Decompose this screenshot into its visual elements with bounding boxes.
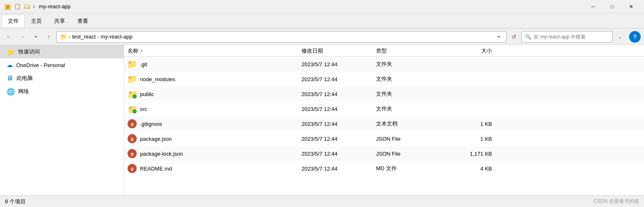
- file-type-cell: JSON File: [376, 151, 451, 157]
- file-area: 名称 ∧ 修改日期 类型 大小 📁 .git 2023/5/7 12:44 文件…: [124, 45, 644, 196]
- file-date-cell: 2023/5/7 12:44: [301, 61, 376, 67]
- path-separator-2: ›: [97, 34, 99, 40]
- file-size-cell: 1 KB: [451, 121, 492, 127]
- app-icon-note: 📋: [13, 2, 22, 11]
- column-headers: 名称 ∧ 修改日期 类型 大小: [124, 45, 644, 57]
- file-size-cell: 1 KB: [451, 136, 492, 142]
- file-name-cell: 📁 node_modules: [128, 75, 301, 84]
- refresh-button[interactable]: ↺: [508, 31, 520, 43]
- file-lockjson-icon: g: [128, 149, 137, 158]
- sidebar-label-network: 网络: [18, 88, 29, 95]
- file-name-cell: 📁 .git: [128, 60, 301, 69]
- status-watermark: CSDN @爱看书的猫: [593, 198, 639, 205]
- star-icon: ⭐: [7, 48, 15, 56]
- expand-button[interactable]: ⌄: [614, 31, 626, 43]
- folder-synced-icon: 📁 ✓: [128, 89, 137, 99]
- search-input[interactable]: [534, 34, 609, 40]
- file-git-icon: g: [128, 119, 137, 128]
- search-box[interactable]: 🔍: [521, 31, 613, 43]
- title-bar-controls: ─ □ ✕: [584, 0, 641, 13]
- main-layout: ⭐ 快速访问 ☁ OneDrive - Personal 🖥 此电脑 🌐 网络 …: [0, 45, 644, 196]
- file-type-cell: 文件夹: [376, 75, 451, 83]
- file-date-cell: 2023/5/7 12:44: [301, 136, 376, 142]
- file-date-cell: 2023/5/7 12:44: [301, 106, 376, 112]
- title-bar-icons: ▣ 📋 🗂 ▸: [3, 2, 36, 11]
- sidebar-label-quick-access: 快速访问: [18, 48, 40, 55]
- file-name-cell: g README.md: [128, 164, 301, 173]
- table-row[interactable]: g package-lock.json 2023/5/7 12:44 JSON …: [124, 146, 644, 161]
- file-name-cell: g package-lock.json: [128, 149, 301, 158]
- file-date-cell: 2023/5/7 12:44: [301, 76, 376, 82]
- recent-button[interactable]: ▾: [30, 31, 41, 43]
- file-date-cell: 2023/5/7 12:44: [301, 91, 376, 97]
- sort-arrow: ∧: [140, 48, 143, 53]
- file-md-icon: g: [128, 164, 137, 173]
- tab-home[interactable]: 主页: [25, 14, 48, 27]
- file-name-cell: 📁 ✓ src: [128, 104, 301, 113]
- address-bar: ← → ▾ ↑ 📁 › test_react › my-react-app ▾ …: [0, 29, 644, 45]
- col-header-type[interactable]: 类型: [376, 47, 451, 55]
- path-segment-test-react[interactable]: test_react: [72, 34, 96, 40]
- col-header-size[interactable]: 大小: [451, 47, 492, 55]
- status-item-count: 8 个项目: [5, 198, 26, 205]
- app-icon-folder: 🗂: [23, 2, 31, 11]
- sidebar: ⭐ 快速访问 ☁ OneDrive - Personal 🖥 此电脑 🌐 网络: [0, 45, 124, 196]
- close-button[interactable]: ✕: [622, 0, 641, 13]
- status-bar: 8 个项目 CSDN @爱看书的猫: [0, 195, 644, 207]
- tab-file[interactable]: 文件: [2, 14, 25, 27]
- maximize-button[interactable]: □: [603, 0, 622, 13]
- sidebar-item-network[interactable]: 🌐 网络: [0, 85, 124, 98]
- file-size-cell: 1,171 KB: [451, 151, 492, 157]
- file-date-cell: 2023/5/7 12:44: [301, 121, 376, 127]
- sidebar-item-onedrive[interactable]: ☁ OneDrive - Personal: [0, 58, 124, 72]
- title-separator: ▸: [33, 4, 36, 10]
- sidebar-label-onedrive: OneDrive - Personal: [16, 62, 65, 68]
- folder-icon: 📁: [128, 75, 137, 84]
- search-icon: 🔍: [525, 34, 531, 40]
- folder-icon: 📁: [128, 60, 137, 69]
- pc-icon: 🖥: [7, 75, 13, 82]
- tab-share[interactable]: 共享: [48, 14, 71, 27]
- path-folder-icon: 📁: [60, 34, 67, 40]
- table-row[interactable]: g package.json 2023/5/7 12:44 JSON File …: [124, 131, 644, 146]
- ribbon: 文件 主页 共享 查看: [0, 13, 644, 29]
- sidebar-item-quick-access[interactable]: ⭐ 快速访问: [0, 45, 124, 58]
- col-header-date[interactable]: 修改日期: [301, 47, 376, 55]
- help-button[interactable]: ?: [629, 31, 641, 43]
- table-row[interactable]: 📁 .git 2023/5/7 12:44 文件夹: [124, 57, 644, 72]
- file-date-cell: 2023/5/7 12:44: [301, 166, 376, 172]
- file-type-cell: 文件夹: [376, 105, 451, 113]
- forward-button[interactable]: →: [17, 31, 28, 43]
- table-row[interactable]: 📁 ✓ src 2023/5/7 12:44 文件夹: [124, 101, 644, 116]
- sidebar-label-this-pc: 此电脑: [17, 75, 33, 82]
- file-name-cell: g .gitignore: [128, 119, 301, 128]
- file-type-cell: JSON File: [376, 136, 451, 142]
- table-row[interactable]: 📁 node_modules 2023/5/7 12:44 文件夹: [124, 72, 644, 87]
- tab-view[interactable]: 查看: [71, 14, 94, 27]
- file-date-cell: 2023/5/7 12:44: [301, 151, 376, 157]
- file-name-cell: 📁 ✓ public: [128, 89, 301, 99]
- address-path[interactable]: 📁 › test_react › my-react-app ▾: [56, 31, 507, 43]
- file-type-cell: 文本文档: [376, 120, 451, 128]
- cloud-icon: ☁: [7, 61, 13, 69]
- file-type-cell: 文件夹: [376, 90, 451, 98]
- network-icon: 🌐: [7, 88, 15, 96]
- path-separator-1: ›: [69, 34, 70, 40]
- up-button[interactable]: ↑: [43, 31, 55, 43]
- title-bar: ▣ 📋 🗂 ▸ my-react-app ─ □ ✕: [0, 0, 644, 13]
- table-row[interactable]: g README.md 2023/5/7 12:44 MD 文件 4 KB: [124, 161, 644, 176]
- table-row[interactable]: 📁 ✓ public 2023/5/7 12:44 文件夹: [124, 87, 644, 101]
- path-dropdown-arrow[interactable]: ▾: [494, 33, 503, 41]
- path-segment-my-react-app[interactable]: my-react-app: [101, 34, 133, 40]
- minimize-button[interactable]: ─: [584, 0, 603, 13]
- file-json-icon: g: [128, 134, 137, 143]
- sidebar-item-this-pc[interactable]: 🖥 此电脑: [0, 72, 124, 85]
- app-icon-yellow: ▣: [3, 2, 12, 11]
- ribbon-tabs: 文件 主页 共享 查看: [0, 13, 644, 28]
- file-type-cell: MD 文件: [376, 165, 451, 172]
- col-header-name[interactable]: 名称 ∧: [128, 47, 301, 55]
- window-title: my-react-app: [39, 3, 71, 10]
- file-size-cell: 4 KB: [451, 166, 492, 172]
- back-button[interactable]: ←: [3, 31, 15, 43]
- table-row[interactable]: g .gitignore 2023/5/7 12:44 文本文档 1 KB: [124, 116, 644, 131]
